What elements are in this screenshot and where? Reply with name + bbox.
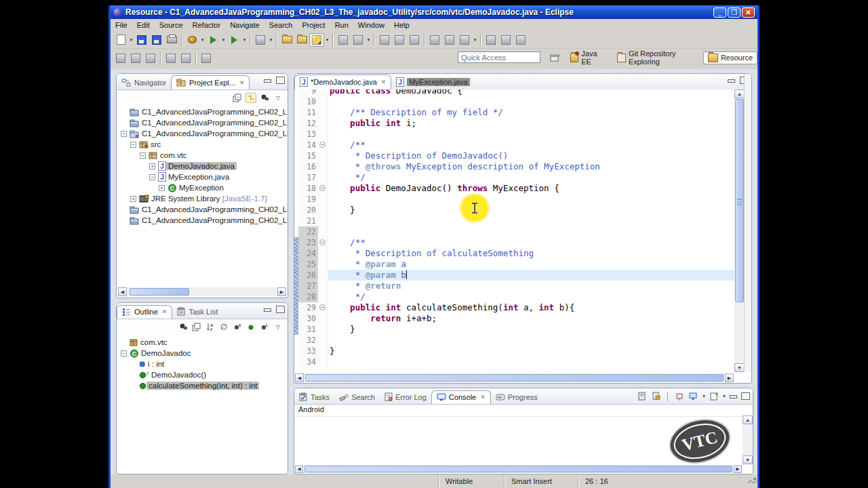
filters-icon[interactable] xyxy=(259,93,270,103)
code-line-22[interactable]: 22 xyxy=(294,226,734,237)
menu-search[interactable]: Search xyxy=(264,20,298,30)
dropdown-icon[interactable]: ▾ xyxy=(128,33,134,47)
dropdown-icon[interactable]: ▾ xyxy=(723,393,726,399)
maximize-view-icon[interactable] xyxy=(741,392,750,400)
close-button[interactable]: ✕ xyxy=(742,7,755,18)
explorer-item-c1-advancedjavaprogramming-ch02-l1-pa[interactable]: C1_AdvancedJavaProgramming_CH02_L1_Pa xyxy=(117,106,288,117)
menu-edit[interactable]: Edit xyxy=(132,20,155,30)
close-tab-icon[interactable]: ✕ xyxy=(381,79,387,85)
tool11-button[interactable] xyxy=(513,33,528,47)
fold-collapse-icon[interactable]: − xyxy=(319,239,326,245)
code-line-30[interactable]: 30 return i+a+b; xyxy=(294,313,734,324)
lock-console-icon[interactable] xyxy=(651,391,662,401)
code-line-24[interactable]: 24 * Description of calculateSomething xyxy=(294,248,734,259)
print-button[interactable] xyxy=(164,33,179,47)
editor-content[interactable]: 9public class DemoJavadoc {1011 /** Desc… xyxy=(294,89,734,372)
console-vscrollbar[interactable]: ▲ ▼ xyxy=(743,415,753,464)
dropdown-icon[interactable]: ▾ xyxy=(366,33,372,47)
tool8-button[interactable] xyxy=(457,33,472,47)
outline-item-i-int[interactable]: i : int xyxy=(117,359,288,369)
folder-new-button[interactable] xyxy=(279,33,294,47)
explorer-hscrollbar[interactable]: ◀ ▶ xyxy=(118,287,286,296)
scroll-down-icon[interactable]: ▼ xyxy=(734,363,745,372)
dropdown-icon[interactable]: ▾ xyxy=(199,33,205,47)
outline-item-com-vtc[interactable]: com.vtc xyxy=(117,337,288,348)
dropdown-icon[interactable]: ▾ xyxy=(268,33,274,47)
code-line-31[interactable]: 31 } xyxy=(294,324,734,335)
explorer-tab-project-expl-[interactable]: Project Expl...✕ xyxy=(171,75,250,89)
hide-nonpublic-icon[interactable] xyxy=(245,322,256,332)
collapse-all-icon[interactable]: − xyxy=(232,93,243,103)
fold-collapse-icon[interactable]: − xyxy=(319,304,326,310)
scroll-right-icon[interactable]: ▶ xyxy=(734,466,742,473)
minimize-view-icon[interactable] xyxy=(263,77,272,84)
tool3-button[interactable] xyxy=(377,33,392,47)
code-line-21[interactable]: 21 xyxy=(294,216,734,226)
toolbar-s4-button[interactable] xyxy=(163,52,178,65)
sort-icon[interactable]: az xyxy=(205,322,216,332)
collapse-icon[interactable]: − xyxy=(121,350,127,357)
menu-refactor[interactable]: Refactor xyxy=(188,20,226,30)
quick-access-input[interactable] xyxy=(458,52,540,63)
explorer-tab-navigator[interactable]: Navigator xyxy=(117,77,171,89)
console-hscrollbar[interactable]: ◀ ▶ xyxy=(295,465,742,473)
explorer-item-jre-system-library[interactable]: +JRE System Library [JavaSE-1.7] xyxy=(117,193,288,204)
menu-file[interactable]: File xyxy=(111,20,132,30)
progress-indicator-icon[interactable] xyxy=(747,476,757,487)
explorer-item-c1-advancedjavaprogramming-ch02-l2-m[interactable]: C1_AdvancedJavaProgramming_CH02_L2_M xyxy=(117,117,288,128)
scroll-left-icon[interactable]: ◀ xyxy=(295,373,304,382)
title-bar[interactable]: Resource - C1_AdvancedJavaProgramming_CH… xyxy=(111,5,757,19)
menu-run[interactable]: Run xyxy=(330,20,353,30)
scroll-down-icon[interactable]: ▼ xyxy=(743,455,753,464)
open-perspective-button[interactable]: + xyxy=(550,50,559,65)
code-line-12[interactable]: 12 public int i; xyxy=(294,118,734,129)
toolbar-s5-button[interactable] xyxy=(178,52,193,65)
tool6-button[interactable] xyxy=(427,33,442,47)
code-area[interactable]: 9public class DemoJavadoc {1011 /** Desc… xyxy=(294,89,734,367)
code-line-32[interactable]: 32 xyxy=(294,335,734,346)
view-menu-icon[interactable]: ▽ xyxy=(273,322,283,332)
scroll-up-icon[interactable]: ▲ xyxy=(734,89,745,98)
menu-help[interactable]: Help xyxy=(389,20,414,30)
collapse-icon[interactable]: − xyxy=(121,131,127,137)
code-line-14[interactable]: 14− /** xyxy=(294,140,734,150)
scroll-up-icon[interactable]: ▲ xyxy=(743,415,753,424)
explorer-item-c1-advancedjavaprogramming-ch02-l5-do[interactable]: C1_AdvancedJavaProgramming_CH02_L5_do xyxy=(117,215,288,226)
explorer-item-demojavadoc-java[interactable]: +JDemoJavadoc.java xyxy=(117,161,288,171)
scroll-left-icon[interactable]: ◀ xyxy=(295,466,303,473)
display-console-icon[interactable] xyxy=(688,391,699,401)
outline-item-demojavadoc-[interactable]: cDemoJavadoc() xyxy=(117,369,288,380)
code-line-26[interactable]: 26 * @param b xyxy=(294,270,734,281)
explorer-item-c1-advancedjavaprogramming-ch02-l3-th[interactable]: −C1_AdvancedJavaProgramming_CH02_L3_Th xyxy=(117,128,288,139)
menu-source[interactable]: Source xyxy=(155,20,188,30)
pin-console-icon[interactable] xyxy=(674,391,685,401)
hide-static-icon[interactable]: s xyxy=(232,322,243,332)
editor-tab-myexception-java[interactable]: JMyException.java xyxy=(391,75,474,89)
collapse-all-icon[interactable] xyxy=(191,322,202,332)
code-line-10[interactable]: 10 xyxy=(294,96,734,107)
dropdown-icon[interactable]: ▾ xyxy=(472,33,478,47)
console-tab-progress[interactable]: Progress xyxy=(491,391,542,404)
close-tab-icon[interactable]: ✕ xyxy=(480,394,486,401)
run-ext-button[interactable] xyxy=(226,33,241,47)
collapse-icon[interactable]: − xyxy=(130,142,136,148)
hide-fields-icon[interactable] xyxy=(218,322,229,332)
focus-icon[interactable] xyxy=(178,322,189,332)
outline-item-demojavadoc[interactable]: −CDemoJavadoc xyxy=(117,348,288,359)
perspective-git-repository-exploring[interactable]: Git Repository Exploring xyxy=(613,48,697,67)
perspective-java-ee[interactable]: Java EE xyxy=(566,48,608,67)
view-menu-icon[interactable]: ▽ xyxy=(273,93,283,103)
code-line-27[interactable]: 27 * @return xyxy=(294,281,734,291)
minimize-view-icon[interactable] xyxy=(727,77,736,84)
minimize-button[interactable]: _ xyxy=(713,7,726,18)
code-line-19[interactable]: 19 xyxy=(294,194,734,205)
explorer-item-myexception-java[interactable]: −JMyException.java xyxy=(117,171,288,182)
code-line-20[interactable]: 20 } xyxy=(294,205,734,216)
outline-tab-task-list[interactable]: Task List xyxy=(172,305,222,319)
maximize-view-icon[interactable] xyxy=(276,306,285,313)
expand-icon[interactable]: + xyxy=(130,196,136,202)
tool7-button[interactable] xyxy=(442,33,457,47)
menu-window[interactable]: Window xyxy=(353,20,389,30)
perspective-resource[interactable]: Resource xyxy=(703,52,757,64)
editor-hscrollbar[interactable]: ◀ ▶ xyxy=(295,373,734,382)
